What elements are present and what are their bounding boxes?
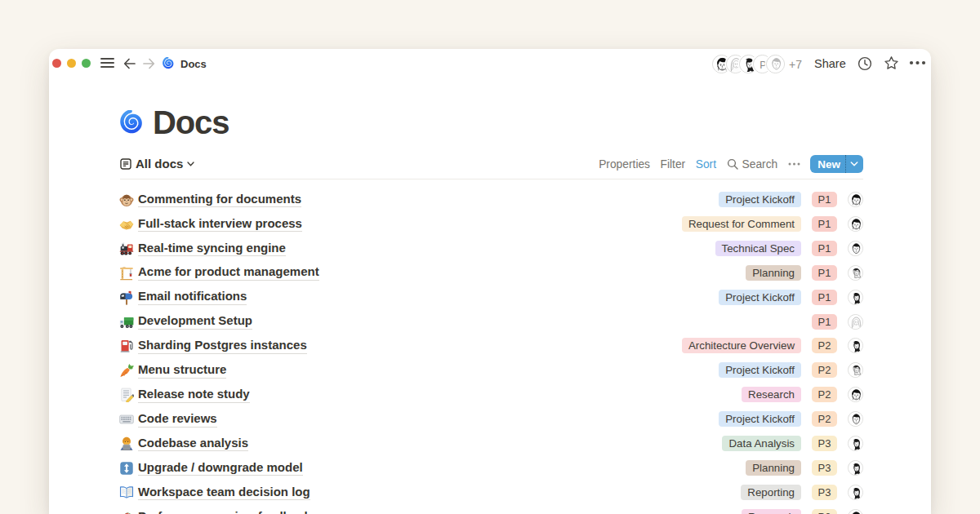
- svg-text:P: P: [760, 59, 766, 70]
